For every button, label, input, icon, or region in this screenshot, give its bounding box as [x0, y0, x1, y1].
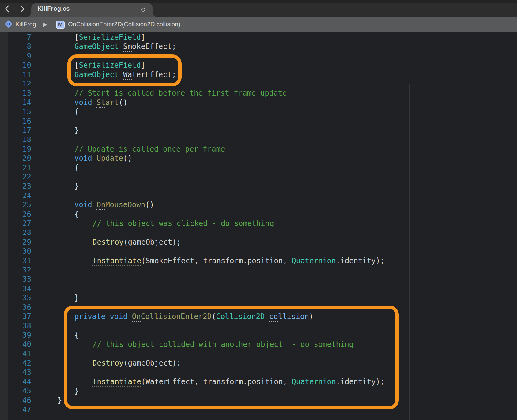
- line-number[interactable]: 42: [0, 358, 31, 368]
- code-text: }: [74, 182, 79, 191]
- code-line-35[interactable]: 35}: [0, 293, 517, 303]
- line-number[interactable]: 33: [0, 275, 31, 284]
- code-line-32[interactable]: 32: [0, 265, 517, 275]
- code-line-24[interactable]: 24: [0, 191, 517, 201]
- breadcrumb-bar: C KillFrog M OnCollisionEnter2D(Collisio…: [0, 17, 517, 32]
- code-line-26[interactable]: 26{: [0, 210, 517, 219]
- code-text: void Update(): [74, 154, 132, 163]
- code-text: }: [74, 293, 79, 302]
- code-line-14[interactable]: 14void Start(): [0, 98, 517, 107]
- code-text: Instantiate(SmokeEffect, transform.posit…: [92, 256, 385, 265]
- line-number[interactable]: 40: [0, 340, 31, 349]
- tab-bar: KillFrog.cs: [0, 0, 517, 17]
- line-number[interactable]: 47: [0, 405, 31, 414]
- line-number[interactable]: 46: [0, 396, 31, 405]
- code-line-29[interactable]: 29Destroy(gameObject);: [0, 238, 517, 247]
- line-number[interactable]: 38: [0, 321, 31, 330]
- code-line-25[interactable]: 25void OnMouseDown(): [0, 200, 517, 210]
- tab-title: KillFrog.cs: [37, 5, 70, 12]
- line-number[interactable]: 43: [0, 368, 31, 377]
- code-text: // Start is called before the first fram…: [74, 88, 287, 98]
- breadcrumb-class-name[interactable]: KillFrog: [15, 21, 36, 28]
- back-button chevron-left-icon[interactable]: [4, 5, 11, 13]
- class-icon: C: [5, 20, 13, 28]
- line-number[interactable]: 21: [0, 163, 31, 172]
- line-number[interactable]: 12: [0, 79, 31, 88]
- line-number[interactable]: 24: [0, 191, 31, 200]
- code-text: }: [58, 396, 62, 405]
- highlight-box-serializefield-watereffect: [67, 54, 182, 86]
- code-text: {: [74, 107, 79, 116]
- code-line-30[interactable]: 30: [0, 247, 517, 256]
- code-line-22[interactable]: 22: [0, 172, 517, 182]
- code-text: {: [74, 163, 79, 172]
- line-number[interactable]: 25: [0, 200, 31, 209]
- code-line-13[interactable]: 13// Start is called before the first fr…: [0, 88, 517, 98]
- line-number[interactable]: 37: [0, 312, 31, 321]
- code-line-17[interactable]: 17}: [0, 126, 517, 135]
- code-line-21[interactable]: 21{: [0, 163, 517, 173]
- code-line-28[interactable]: 28: [0, 228, 517, 238]
- tab-modified-indicator-icon: [141, 8, 145, 12]
- code-text: GameObject SmokeEffect;: [74, 42, 176, 51]
- highlight-box-oncollisionenter2d: [64, 306, 399, 409]
- line-number[interactable]: 30: [0, 247, 31, 256]
- line-number[interactable]: 44: [0, 377, 31, 386]
- line-number[interactable]: 34: [0, 284, 31, 293]
- line-number[interactable]: 41: [0, 349, 31, 358]
- code-line-33[interactable]: 33: [0, 275, 517, 284]
- line-number[interactable]: 7: [0, 33, 31, 42]
- code-editor[interactable]: 6{7[SerializeField]8GameObject SmokeEffe…: [0, 0, 517, 420]
- line-number[interactable]: 13: [0, 88, 31, 98]
- line-number[interactable]: 10: [0, 61, 31, 70]
- line-number[interactable]: 9: [0, 51, 31, 61]
- line-number[interactable]: 28: [0, 228, 31, 237]
- line-number[interactable]: 14: [0, 98, 31, 107]
- line-number[interactable]: 36: [0, 303, 31, 312]
- code-text: // this object was clicked - do somethin…: [92, 219, 274, 228]
- line-number[interactable]: 15: [0, 107, 31, 116]
- code-line-34[interactable]: 34: [0, 284, 517, 294]
- code-text: Destroy(gameObject);: [92, 238, 181, 247]
- code-text: }: [74, 126, 79, 135]
- code-line-18[interactable]: 18: [0, 135, 517, 144]
- line-number[interactable]: 11: [0, 70, 31, 79]
- code-text: void Start(): [74, 98, 127, 107]
- line-number[interactable]: 17: [0, 126, 31, 135]
- line-number[interactable]: 23: [0, 182, 31, 191]
- code-text: void OnMouseDown(): [74, 200, 154, 209]
- code-line-19[interactable]: 19// Update is called once per frame: [0, 144, 517, 154]
- code-line-8[interactable]: 8GameObject SmokeEffect;: [0, 42, 517, 51]
- line-number[interactable]: 45: [0, 386, 31, 396]
- code-text: {: [74, 210, 79, 219]
- code-line-27[interactable]: 27// this object was clicked - do someth…: [0, 219, 517, 228]
- line-number[interactable]: 31: [0, 256, 31, 265]
- code-line-23[interactable]: 23}: [0, 182, 517, 191]
- code-line-20[interactable]: 20void Update(): [0, 154, 517, 163]
- breadcrumb-method-signature[interactable]: OnCollisionEnter2D(Collision2D collision…: [68, 21, 180, 28]
- line-number[interactable]: 8: [0, 42, 31, 51]
- editor-window: 6{7[SerializeField]8GameObject SmokeEffe…: [0, 0, 517, 420]
- method-icon: M: [56, 21, 65, 29]
- code-line-7[interactable]: 7[SerializeField]: [0, 33, 517, 42]
- line-number[interactable]: 27: [0, 219, 31, 228]
- line-number[interactable]: 20: [0, 154, 31, 163]
- line-number[interactable]: 29: [0, 238, 31, 247]
- line-number[interactable]: 19: [0, 144, 31, 154]
- line-number[interactable]: 18: [0, 135, 31, 144]
- line-number[interactable]: 16: [0, 117, 31, 126]
- breadcrumb-separator-icon: [43, 22, 47, 27]
- code-text: // Update is called once per frame: [74, 144, 225, 154]
- code-line-16[interactable]: 16: [0, 117, 517, 126]
- line-number[interactable]: 22: [0, 172, 31, 182]
- line-number[interactable]: 39: [0, 331, 31, 340]
- code-line-15[interactable]: 15{: [0, 107, 517, 117]
- line-number[interactable]: 32: [0, 265, 31, 275]
- code-line-31[interactable]: 31Instantiate(SmokeEffect, transform.pos…: [0, 256, 517, 266]
- line-number[interactable]: 26: [0, 210, 31, 219]
- code-text: [SerializeField]: [74, 33, 145, 42]
- line-number[interactable]: 35: [0, 293, 31, 302]
